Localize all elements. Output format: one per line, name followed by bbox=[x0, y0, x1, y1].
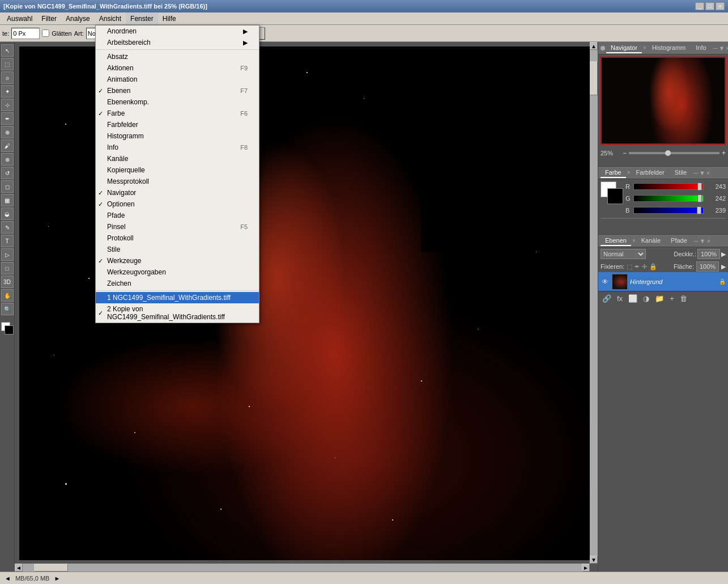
info-shortcut: F8 bbox=[240, 144, 248, 151]
menu-item-aktionen[interactable]: Aktionen F9 bbox=[96, 62, 259, 74]
menu-item-histogramm[interactable]: Histogramm bbox=[96, 130, 259, 142]
menu-item-messprotokoll[interactable]: Messprotokoll bbox=[96, 176, 259, 187]
menu-item-kopierquelle[interactable]: Kopierquelle bbox=[96, 164, 259, 176]
menu-item-info[interactable]: Info F8 bbox=[96, 142, 259, 153]
menu-item-file1[interactable]: 1 NGC1499_Semifinal_WithGradients.tiff bbox=[96, 292, 259, 303]
menu-sep-2 bbox=[96, 290, 259, 291]
file2-checkmark-icon: ✓ bbox=[98, 310, 103, 317]
farbe-checkmark-icon: ✓ bbox=[98, 110, 103, 117]
arbeitsbereich-arrow-icon: ▶ bbox=[243, 39, 248, 46]
menu-item-farbfelder[interactable]: Farbfelder bbox=[96, 119, 259, 130]
menu-item-anordnen[interactable]: Anordnen ▶ bbox=[96, 26, 259, 37]
menu-item-pinsel[interactable]: Pinsel F5 bbox=[96, 221, 259, 232]
ebenen-checkmark-icon: ✓ bbox=[98, 87, 103, 95]
menu-item-file2[interactable]: ✓ 2 Kopie von NGC1499_Semifinal_WithGrad… bbox=[96, 303, 259, 323]
menu-item-optionen[interactable]: ✓ Optionen bbox=[96, 198, 259, 210]
menu-sep-1 bbox=[96, 49, 259, 50]
anordnen-label: Anordnen bbox=[107, 27, 137, 35]
menu-item-stile[interactable]: Stile bbox=[96, 244, 259, 255]
menu-item-protokoll[interactable]: Protokoll bbox=[96, 232, 259, 244]
menu-item-navigator[interactable]: ✓ Navigator bbox=[96, 187, 259, 198]
menu-item-werkzeuge[interactable]: ✓ Werkzeuge bbox=[96, 255, 259, 266]
werkzeuge-checkmark-icon: ✓ bbox=[98, 257, 103, 265]
ebenen-shortcut: F7 bbox=[240, 87, 248, 94]
menu-item-farbe[interactable]: ✓ Farbe F6 bbox=[96, 108, 259, 119]
aktionen-shortcut: F9 bbox=[240, 65, 248, 71]
menu-item-animation[interactable]: Animation bbox=[96, 74, 259, 85]
farbe-shortcut: F6 bbox=[240, 110, 248, 117]
pinsel-shortcut: F5 bbox=[240, 223, 248, 230]
anordnen-arrow-icon: ▶ bbox=[243, 28, 248, 35]
navigator-checkmark-icon: ✓ bbox=[98, 189, 103, 197]
menu-item-absatz[interactable]: Absatz bbox=[96, 51, 259, 62]
arbeitsbereich-label: Arbeitsbereich bbox=[107, 39, 151, 46]
optionen-checkmark-icon: ✓ bbox=[98, 201, 103, 208]
menu-item-werkzeugvorgaben[interactable]: Werkzeugvorgaben bbox=[96, 266, 259, 278]
menu-item-ebenenkomp[interactable]: Ebenenkomp. bbox=[96, 96, 259, 108]
menu-item-kanaele[interactable]: Kanäle bbox=[96, 153, 259, 164]
menu-item-ebenen[interactable]: ✓ Ebenen F7 bbox=[96, 85, 259, 96]
fenster-dropdown-menu[interactable]: Anordnen ▶ Arbeitsbereich ▶ Absatz Aktio… bbox=[95, 25, 259, 323]
menu-item-zeichen[interactable]: Zeichen bbox=[96, 278, 259, 289]
menu-item-pfade[interactable]: Pfade bbox=[96, 210, 259, 221]
menu-item-arbeitsbereich[interactable]: Arbeitsbereich ▶ bbox=[96, 37, 259, 48]
